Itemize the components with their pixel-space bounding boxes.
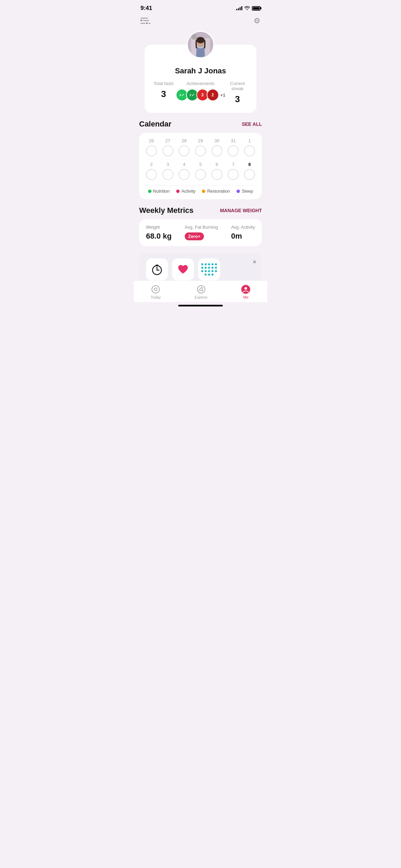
heart-sheet-button[interactable] xyxy=(172,258,194,280)
avatar-container xyxy=(187,31,214,58)
legend-sleep: Sleep xyxy=(236,189,253,194)
achievement-badge-4: 2 xyxy=(207,89,219,101)
me-icon xyxy=(241,285,250,294)
heart-icon xyxy=(177,263,189,276)
legend-label-restoration: Restoration xyxy=(207,189,230,194)
dots-sheet-button[interactable] xyxy=(198,258,220,280)
calendar-day-1: 1 xyxy=(243,138,256,156)
achievements-extra: +1 xyxy=(220,93,226,98)
calendar-see-all[interactable]: SEE ALL xyxy=(242,121,262,127)
calendar-day-8: 8 xyxy=(243,162,256,180)
tab-me-label: Me xyxy=(243,295,248,299)
total-fasts-label: Total fasts xyxy=(151,81,176,86)
timer-icon xyxy=(151,263,163,276)
calendar-day-4: 4 xyxy=(177,162,191,180)
achievements-stat: Achievements 3 ✓ 2 ✓ 3 2 xyxy=(176,81,226,105)
calendar-day-30: 30 xyxy=(210,138,224,156)
total-fasts-stat: Total fasts 3 xyxy=(151,81,176,105)
wifi-icon xyxy=(244,5,250,11)
explore-icon xyxy=(197,285,206,294)
metrics-card: Weight 68.0 kg Avg. Fat Burning Zero+ Av… xyxy=(139,219,262,246)
svg-marker-11 xyxy=(199,287,204,292)
calendar-day-28: 28 xyxy=(177,138,191,156)
metrics-row: Weight 68.0 kg Avg. Fat Burning Zero+ Av… xyxy=(146,225,255,241)
legend-label-activity: Activity xyxy=(181,189,195,194)
legend-label-nutrition: Nutrition xyxy=(153,189,170,194)
legend-label-sleep: Sleep xyxy=(242,189,253,194)
legend-activity: Activity xyxy=(176,189,195,194)
filter-icon[interactable] xyxy=(141,18,150,24)
svg-rect-5 xyxy=(156,265,158,266)
tab-bar: Today Explore Me xyxy=(134,280,267,302)
tab-today-label: Today xyxy=(151,295,161,299)
legend-nutrition: Nutrition xyxy=(148,189,170,194)
tab-explore-label: Explore xyxy=(195,295,207,299)
sheet-icons-row xyxy=(146,258,255,280)
svg-point-8 xyxy=(152,286,159,293)
calendar-day-27: 27 xyxy=(161,138,175,156)
calendar-day-29: 29 xyxy=(194,138,207,156)
avg-activity-label: Avg. Activity xyxy=(231,225,255,230)
timer-sheet-button[interactable] xyxy=(146,258,168,280)
svg-point-9 xyxy=(154,288,157,291)
legend-dot-sleep xyxy=(236,190,240,193)
metrics-title: Weekly Metrics xyxy=(139,206,194,215)
fat-burning-label: Avg. Fat Burning xyxy=(185,225,218,230)
calendar-title: Calendar xyxy=(139,120,171,129)
settings-icon[interactable]: ⚙ xyxy=(254,16,260,25)
weight-metric: Weight 68.0 kg xyxy=(146,225,172,241)
battery-icon xyxy=(252,6,260,11)
signal-bars-icon xyxy=(236,6,242,10)
home-indicator xyxy=(178,305,223,306)
close-button[interactable]: × xyxy=(253,258,256,266)
activity-metric: Avg. Activity 0m xyxy=(231,225,255,241)
avg-activity-value: 0m xyxy=(231,232,255,241)
calendar-week-1: 26 27 28 29 30 31 1 xyxy=(145,138,256,156)
current-streak-stat: Current streak 3 xyxy=(225,81,250,105)
current-streak-value: 3 xyxy=(225,94,250,105)
svg-point-13 xyxy=(245,287,247,290)
calendar-day-31: 31 xyxy=(227,138,240,156)
weight-value: 68.0 kg xyxy=(146,232,172,241)
avatar xyxy=(187,31,214,58)
tab-me[interactable]: Me xyxy=(241,285,250,299)
bottom-sheet-preview: × xyxy=(139,253,262,280)
metrics-section-header: Weekly Metrics MANAGE WEIGHT xyxy=(134,206,267,219)
legend-dot-activity xyxy=(176,190,180,193)
calendar-day-26: 26 xyxy=(145,138,158,156)
profile-name: Sarah J Jonas xyxy=(151,67,250,75)
calendar-day-3: 3 xyxy=(161,162,175,180)
tab-today[interactable]: Today xyxy=(151,285,161,299)
fat-burning-value: Zero+ xyxy=(185,232,204,240)
manage-weight-link[interactable]: MANAGE WEIGHT xyxy=(220,208,262,213)
calendar-card: 26 27 28 29 30 31 1 2 xyxy=(139,133,262,199)
calendar-section-header: Calendar SEE ALL xyxy=(134,120,267,133)
total-fasts-value: 3 xyxy=(151,89,176,99)
fat-burning-metric: Avg. Fat Burning Zero+ xyxy=(185,225,218,240)
legend-dot-restoration xyxy=(202,190,205,193)
calendar-day-7: 7 xyxy=(227,162,240,180)
status-time: 9:41 xyxy=(141,5,152,12)
status-dot xyxy=(192,34,197,40)
calendar-day-6: 6 xyxy=(210,162,224,180)
weight-label: Weight xyxy=(146,225,172,230)
calendar-day-5: 5 xyxy=(194,162,207,180)
legend-dot-nutrition xyxy=(148,190,151,193)
achievements-label: Achievements xyxy=(176,81,226,86)
stats-row: Total fasts 3 Achievements 3 ✓ 2 ✓ 3 xyxy=(151,81,250,105)
svg-point-3 xyxy=(196,37,205,44)
top-nav: ⚙ xyxy=(134,14,267,29)
current-streak-label: Current streak xyxy=(225,81,250,91)
legend-restoration: Restoration xyxy=(202,189,230,194)
svg-point-10 xyxy=(197,286,205,293)
tab-explore[interactable]: Explore xyxy=(195,285,207,299)
calendar-week-2: 2 3 4 5 6 7 8 xyxy=(145,162,256,180)
calendar-day-2: 2 xyxy=(145,162,158,180)
dots-grid-icon xyxy=(201,263,217,276)
calendar-legend: Nutrition Activity Restoration Sleep xyxy=(145,185,256,194)
status-bar: 9:41 xyxy=(134,0,267,14)
achievements-row: 3 ✓ 2 ✓ 3 2 +1 xyxy=(176,89,226,101)
status-icons xyxy=(236,5,260,11)
today-icon xyxy=(151,285,160,294)
profile-card: Sarah J Jonas Total fasts 3 Achievements… xyxy=(145,45,256,113)
